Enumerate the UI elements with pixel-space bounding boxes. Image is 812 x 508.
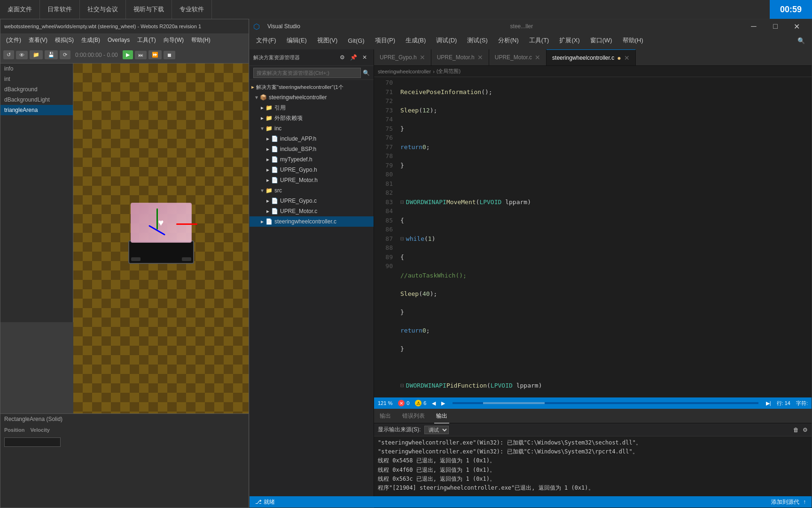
se-project-item[interactable]: ▾ 📦 steeringwheelcontroller — [250, 92, 374, 103]
se-file-gypo-c[interactable]: ▸ 📄 UPRE_Gypo.c — [250, 196, 374, 206]
se-file-typedef-h[interactable]: ▸ 📄 myTypedef.h — [250, 154, 374, 165]
se-extdep-item[interactable]: ▸ 📁 外部依赖项 — [250, 113, 374, 123]
taskbar-media[interactable]: 视听与下载 — [126, 0, 172, 19]
taskbar-desktop[interactable]: 桌面文件 — [0, 0, 40, 19]
nav-prev[interactable]: ◀ — [432, 400, 436, 406]
side-item-arena[interactable]: triangleArena — [0, 105, 73, 115]
se-file-label6: UPRE_Gypo.c — [280, 198, 317, 204]
se-close-btn[interactable]: ✕ — [359, 52, 370, 63]
fold-btn-78[interactable]: ⊟ — [400, 234, 404, 244]
bottom-input[interactable] — [4, 437, 61, 447]
tab-motor-h[interactable]: UPRE_Motor.h ✕ — [431, 49, 489, 66]
vs-minimize-btn[interactable]: ─ — [743, 19, 765, 33]
output-settings-btn[interactable]: ⚙ — [803, 427, 808, 433]
se-btn1[interactable]: ⚙ — [337, 52, 347, 63]
breadcrumb-scope[interactable]: (全局范围) — [437, 68, 461, 75]
side-item-info[interactable]: info — [0, 64, 73, 74]
se-file-bsp-h[interactable]: ▸ 📄 include_BSP.h — [250, 144, 374, 154]
tab-motor-c[interactable]: UPRE_Motor.c ✕ — [489, 49, 547, 66]
output-panel: 输出 错误列表 输出 显示输出来源(S): 调试 🗑 ⚙ "steeringwh… — [374, 409, 812, 508]
side-item-dbg[interactable]: dBackground — [0, 84, 73, 95]
code-editor[interactable]: 70 71 72 73 74 75 76 77 78 79 80 81 82 8… — [374, 77, 812, 409]
nav-next[interactable]: ▶ — [441, 400, 445, 406]
webots-fast-btn[interactable]: ⏩ — [148, 50, 162, 59]
menu-debug[interactable]: 调试(D) — [431, 34, 461, 47]
se-src-item[interactable]: ▾ 📁 src — [250, 185, 374, 196]
fold-btn-86[interactable]: ⊟ — [400, 381, 404, 390]
tab-output[interactable]: 输出 — [434, 409, 449, 423]
status-text: 就绪 — [264, 498, 275, 506]
webots-menu-file[interactable]: (文件) — [2, 36, 25, 44]
search-icon-vs[interactable]: 🔍 — [793, 35, 810, 46]
side-item-dbgl[interactable]: dBackgroundLight — [0, 95, 73, 105]
webots-menu-view[interactable]: 查看(V) — [25, 36, 51, 44]
menu-view[interactable]: 视图(V) — [312, 34, 342, 47]
fold-btn-76[interactable]: ⊟ — [400, 198, 404, 207]
tab-gypo-h[interactable]: UPRE_Gypo.h ✕ — [374, 49, 431, 66]
zoom-level[interactable]: 121 % — [378, 400, 392, 406]
se-c-icon6: 📄 — [271, 198, 278, 204]
output-clear-btn[interactable]: 🗑 — [793, 427, 799, 433]
add-to-source[interactable]: 添加到源代 — [771, 498, 799, 506]
breadcrumb-file[interactable]: steeringwheelcontroller — [378, 69, 431, 74]
menu-tools[interactable]: 工具(T) — [524, 34, 554, 47]
tab-motor-h-close[interactable]: ✕ — [477, 54, 483, 61]
se-solution-item[interactable]: ▸ 解决方案"steeringwheelcontroller"(1个 — [250, 82, 374, 92]
webots-menu-sim[interactable]: 模拟(S) — [51, 36, 78, 44]
webots-toolbar-btn1[interactable]: ↺ — [3, 50, 14, 59]
se-file-gypo-h[interactable]: ▸ 📄 UPRE_Gypo.h — [250, 165, 374, 175]
vs-maximize-btn[interactable]: □ — [765, 19, 786, 33]
menu-git[interactable]: Git(G) — [343, 35, 369, 46]
menu-help[interactable]: 帮助(H) — [618, 34, 648, 47]
tab-main-c-close[interactable]: ✕ — [624, 54, 630, 62]
se-search-input[interactable] — [253, 68, 361, 78]
code-content[interactable]: ReceivePoseInformation(); Sleep(12); } r… — [397, 77, 812, 409]
webots-toolbar-btn2[interactable]: 👁 — [16, 51, 28, 59]
se-file-app-h[interactable]: ▸ 📄 include_APP.h — [250, 134, 374, 144]
menu-edit[interactable]: 编辑(E) — [282, 34, 312, 47]
menu-build[interactable]: 生成(B) — [401, 34, 430, 47]
se-file-label5: UPRE_Motor.h — [280, 177, 318, 183]
webots-step-btn[interactable]: ⏭ — [135, 51, 147, 59]
error-status[interactable]: ✕ 0 — [398, 400, 409, 406]
menu-file[interactable]: 文件(F) — [251, 34, 281, 47]
taskbar-pro[interactable]: 专业软件 — [172, 0, 212, 19]
menu-analyze[interactable]: 分析(N) — [493, 34, 523, 47]
webots-menu-build[interactable]: 生成(B) — [78, 36, 104, 44]
code-line-79: { — [400, 253, 808, 262]
webots-menu-overlays[interactable]: Overlays — [104, 37, 133, 43]
taskbar-social[interactable]: 社交与会议 — [80, 0, 126, 19]
webots-menu-help[interactable]: 帮助(H) — [187, 36, 214, 44]
se-file-motor-h[interactable]: ▸ 📄 UPRE_Motor.h — [250, 175, 374, 185]
se-file-motor-c[interactable]: ▸ 📄 UPRE_Motor.c — [250, 206, 374, 216]
side-item-int[interactable]: int — [0, 74, 73, 84]
tab-error-list[interactable]: 错误列表 — [400, 409, 427, 423]
webots-toolbar-btn4[interactable]: 💾 — [45, 50, 58, 59]
se-ref-item[interactable]: ▸ 📁 引用 — [250, 103, 374, 113]
webots-stop-btn[interactable]: ⏹ — [164, 51, 175, 59]
output-source-select[interactable]: 调试 — [424, 426, 449, 434]
webots-toolbar-btn3[interactable]: 📁 — [30, 50, 43, 59]
menu-project[interactable]: 项目(P) — [370, 34, 400, 47]
webots-menu-wizard[interactable]: 向导(W) — [160, 36, 187, 44]
warn-status[interactable]: ⚠ 6 — [415, 400, 426, 406]
error-count: 0 — [406, 400, 409, 406]
webots-toolbar-btn5[interactable]: ⟳ — [60, 50, 70, 59]
tab-modified-icon: ● — [617, 54, 621, 62]
se-pin-btn[interactable]: 📌 — [348, 52, 359, 63]
tab-motor-c-close[interactable]: ✕ — [535, 54, 540, 61]
se-file-main-c[interactable]: ▸ 📄 steeringwheelcontroller.c — [250, 216, 374, 227]
tab-main-c[interactable]: steeringwheelcontroller.c ● ✕ — [547, 49, 636, 66]
tab-gypo-h-close[interactable]: ✕ — [420, 54, 425, 61]
taskbar-daily[interactable]: 日常软件 — [40, 0, 80, 19]
se-inc-item[interactable]: ▾ 📁 inc — [250, 123, 374, 134]
webots-menu-tools[interactable]: 工具(T) — [133, 36, 159, 44]
menu-extensions[interactable]: 扩展(X) — [554, 34, 584, 47]
menu-window[interactable]: 窗口(W) — [586, 34, 617, 47]
nav-end[interactable]: ▶| — [766, 400, 771, 406]
output-line4: 线程 0x4f60 已退出, 返回值为 1 (0x1)。 — [378, 466, 808, 475]
scrollbar-track[interactable] — [453, 402, 758, 404]
menu-test[interactable]: 测试(S) — [462, 34, 492, 47]
webots-play-btn[interactable]: ▶ — [123, 50, 133, 59]
vs-close-btn[interactable]: ✕ — [786, 19, 808, 33]
